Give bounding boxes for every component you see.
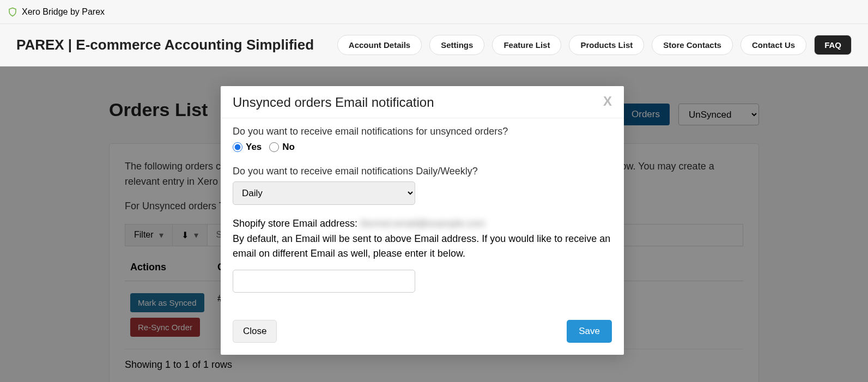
save-button[interactable]: Save: [567, 320, 612, 343]
question-receive-notifications: Do you want to receive email notificatio…: [233, 126, 612, 137]
nav-buttons: Account Details Settings Feature List Pr…: [337, 35, 852, 55]
close-button[interactable]: Close: [233, 320, 277, 343]
radio-yes-label[interactable]: Yes: [233, 142, 262, 153]
nav-settings[interactable]: Settings: [429, 35, 484, 55]
nav-contact-us[interactable]: Contact Us: [740, 35, 806, 55]
email-description: By default, an Email will be sent to abo…: [233, 232, 612, 261]
radio-group-yesno: Yes No: [233, 142, 612, 153]
shield-icon: [8, 7, 17, 17]
frequency-select[interactable]: Daily: [233, 181, 415, 205]
brand-text: PAREX | E-commerce Accounting Simplified: [16, 37, 337, 53]
app-title: Xero Bridge by Parex: [22, 7, 105, 17]
top-bar: Xero Bridge by Parex: [0, 0, 868, 24]
nav-products[interactable]: Products List: [569, 35, 644, 55]
nav-features[interactable]: Feature List: [492, 35, 561, 55]
header: PAREX | E-commerce Accounting Simplified…: [0, 24, 868, 66]
close-icon[interactable]: X: [603, 95, 612, 108]
store-email-line: Shopify store Email address: blurred.ema…: [233, 218, 612, 229]
alt-email-input[interactable]: [233, 270, 415, 293]
nav-store-contacts[interactable]: Store Contacts: [652, 35, 733, 55]
store-email-blurred: blurred.email@example.com: [360, 218, 485, 229]
radio-yes[interactable]: [233, 142, 242, 152]
modal-title: Unsynced orders Email notification: [233, 95, 434, 110]
nav-faq[interactable]: FAQ: [814, 35, 852, 55]
radio-no[interactable]: [269, 142, 279, 152]
nav-account[interactable]: Account Details: [337, 35, 422, 55]
question-frequency: Do you want to receive email notificatio…: [233, 166, 612, 177]
radio-no-label[interactable]: No: [269, 142, 295, 153]
email-notification-modal: Unsynced orders Email notification X Do …: [221, 86, 624, 355]
